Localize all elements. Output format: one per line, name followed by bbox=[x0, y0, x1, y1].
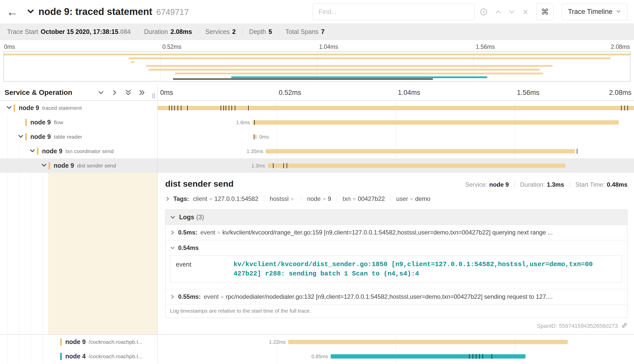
minimap-span-bar bbox=[129, 57, 611, 59]
span-row-timeline[interactable]: 0.85ms bbox=[158, 349, 634, 363]
span-duration-label: 1.35ms bbox=[247, 148, 263, 154]
summary-item: Depth5 bbox=[249, 28, 272, 35]
detail-meta-value: 1.3ms bbox=[547, 181, 564, 188]
minimap-canvas[interactable] bbox=[4, 52, 630, 81]
link-icon[interactable] bbox=[621, 322, 627, 330]
span-duration-bar[interactable] bbox=[331, 354, 525, 358]
span-duration-bar[interactable] bbox=[288, 340, 568, 344]
span-service-name: node 9 bbox=[30, 119, 51, 126]
expand-all-icon[interactable] bbox=[139, 89, 145, 96]
span-duration-bar[interactable] bbox=[268, 163, 565, 168]
trace-minimap: 0ms0.52ms1.04ms1.56ms2.08ms bbox=[0, 40, 634, 84]
span-log-tick bbox=[273, 163, 273, 168]
log-detail-table: eventkv/kvclient/kvcoord/dist_sender.go:… bbox=[170, 255, 622, 283]
chevron-down-icon bbox=[6, 104, 12, 112]
back-button[interactable]: ← bbox=[7, 6, 18, 18]
span-row[interactable]: node 9flow1.6ms bbox=[0, 115, 634, 130]
span-duration-label: 0.85ms bbox=[311, 353, 328, 359]
span-color-swatch bbox=[37, 148, 38, 155]
span-row-label[interactable]: node 9/cockroach.roachpb.I... bbox=[0, 335, 158, 349]
tag-key: hostssl bbox=[270, 195, 289, 202]
span-row-label[interactable]: node 9traced statement bbox=[0, 101, 158, 115]
tag-divider bbox=[390, 196, 391, 202]
span-row-timeline[interactable]: 1.6ms bbox=[158, 115, 634, 130]
span-id-row: SpanID: 5597415943526560273 bbox=[165, 319, 627, 330]
summary-value: 7 bbox=[321, 28, 325, 35]
find-input[interactable] bbox=[313, 4, 475, 20]
chevron-down-icon bbox=[170, 245, 175, 250]
span-log-tick bbox=[187, 105, 188, 111]
log-entries: 0.5ms:event=kv/kvclient/kvcoord/range_it… bbox=[165, 225, 627, 304]
trace-collapse-icon[interactable] bbox=[27, 8, 34, 16]
span-expander[interactable] bbox=[4, 104, 12, 112]
span-row[interactable]: node 9/cockroach.roachpb.I...1.22ms bbox=[0, 335, 634, 349]
span-tree-indent bbox=[0, 173, 158, 334]
indent-guide bbox=[7, 349, 8, 363]
span-duration-bar[interactable] bbox=[254, 135, 257, 139]
prev-match-icon[interactable] bbox=[495, 9, 501, 15]
tags-section[interactable]: Tags: client=127.0.0.1:54582hostssl=node… bbox=[165, 195, 627, 202]
expand-one-icon[interactable] bbox=[111, 89, 118, 96]
log-entry-line[interactable]: 0.54ms bbox=[170, 244, 623, 251]
span-log-tick bbox=[469, 354, 470, 359]
summary-value-suffix: .084 bbox=[118, 28, 131, 35]
span-log-tick bbox=[621, 105, 622, 111]
span-row-timeline[interactable]: 1.22ms bbox=[158, 335, 634, 349]
span-row-timeline[interactable] bbox=[158, 101, 634, 115]
minimap-span-bar bbox=[231, 76, 488, 78]
minimap-span-bar bbox=[175, 73, 543, 74]
log-entry[interactable]: 0.55ms:event=rpc/nodedialer/nodedialer.g… bbox=[165, 289, 627, 304]
span-operation-name: txn coordinator send bbox=[66, 148, 114, 154]
span-row[interactable]: node 9traced statement bbox=[0, 101, 634, 115]
trace-view-selector[interactable]: Trace Timeline bbox=[562, 4, 627, 20]
span-row[interactable]: node 9dist sender send1.3ms bbox=[0, 158, 634, 173]
span-expander[interactable] bbox=[38, 162, 47, 169]
detail-meta-item: Start Time:0.48ms bbox=[576, 181, 627, 188]
span-expander[interactable] bbox=[15, 133, 24, 140]
indent-guide bbox=[19, 144, 19, 158]
span-operation-name: /cockroach.roachpb.I... bbox=[89, 339, 142, 345]
keyboard-shortcuts-button[interactable]: ⌘ bbox=[536, 4, 554, 20]
tag-divider bbox=[264, 196, 264, 202]
collapse-all-icon[interactable] bbox=[125, 89, 132, 96]
span-row-label[interactable]: node 9table reader bbox=[0, 130, 158, 144]
next-match-icon[interactable] bbox=[509, 9, 515, 15]
span-log-tick bbox=[229, 105, 229, 111]
log-entry-line[interactable]: 0.55ms:event=rpc/nodedialer/nodedialer.g… bbox=[170, 293, 623, 300]
indent-guide bbox=[19, 173, 19, 334]
span-row-label[interactable]: node 9dist sender send bbox=[0, 158, 158, 173]
span-duration-bar[interactable] bbox=[266, 149, 575, 153]
span-tag: user=demo bbox=[396, 195, 430, 202]
span-log-tick bbox=[624, 105, 625, 111]
span-row-label[interactable]: node 4/cockroach.roachpb.I... bbox=[0, 349, 158, 363]
focus-matches-icon[interactable] bbox=[480, 8, 488, 16]
clear-find-icon[interactable] bbox=[522, 9, 529, 15]
chevron-right-icon bbox=[165, 196, 170, 201]
span-duration-bar[interactable] bbox=[252, 120, 619, 124]
span-row[interactable]: node 9txn coordinator send1.35ms bbox=[0, 144, 634, 158]
column-resizer[interactable] bbox=[153, 93, 155, 98]
tag-equals: = bbox=[209, 196, 212, 202]
logs-header[interactable]: Logs (3) bbox=[165, 210, 627, 225]
service-operation-header-cell: Service & Operation bbox=[0, 84, 158, 100]
summary-item: Total Spans7 bbox=[285, 28, 325, 35]
span-expander[interactable] bbox=[27, 148, 35, 155]
span-row-label[interactable]: node 9flow bbox=[0, 115, 158, 130]
collapse-one-icon[interactable] bbox=[98, 89, 104, 96]
span-row-timeline[interactable]: 1.35ms bbox=[158, 144, 634, 158]
span-row[interactable]: node 4/cockroach.roachpb.I...0.85ms bbox=[0, 349, 634, 363]
span-row-label[interactable]: node 9txn coordinator send bbox=[0, 144, 158, 158]
span-detail-header: dist sender send Service:node 9Duration:… bbox=[165, 179, 627, 189]
top-bar: ← node 9: traced statement 6749717 ⌘ Tra… bbox=[0, 0, 634, 24]
find-controls bbox=[480, 8, 529, 16]
span-row-timeline[interactable]: 0ms bbox=[158, 130, 634, 144]
tag-key: node bbox=[307, 195, 321, 202]
span-row-timeline[interactable]: 1.3ms bbox=[158, 158, 634, 173]
span-row[interactable]: node 9table reader0ms bbox=[0, 130, 634, 144]
chevron-down-icon bbox=[41, 162, 47, 169]
log-entry-line[interactable]: 0.5ms:event=kv/kvclient/kvcoord/range_it… bbox=[170, 229, 623, 236]
log-entry[interactable]: 0.5ms:event=kv/kvclient/kvcoord/range_it… bbox=[165, 225, 627, 240]
selected-span-subtree-highlight bbox=[48, 173, 157, 334]
indent-guide bbox=[31, 335, 31, 349]
log-entry[interactable]: 0.54mseventkv/kvclient/kvcoord/dist_send… bbox=[165, 240, 627, 289]
